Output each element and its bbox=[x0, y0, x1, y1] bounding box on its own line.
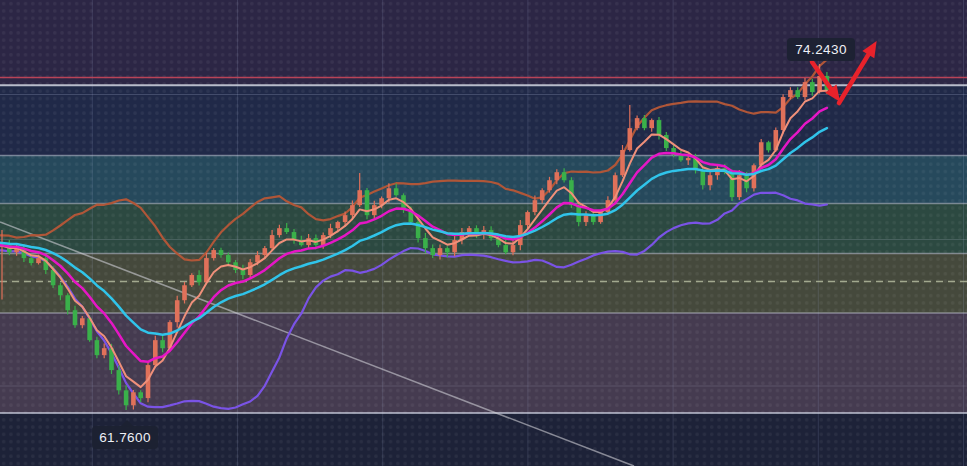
candle-body bbox=[58, 285, 63, 295]
candle-body bbox=[124, 390, 129, 405]
candle-body bbox=[635, 118, 640, 128]
candle-body bbox=[65, 295, 70, 310]
candle-body bbox=[679, 155, 684, 160]
candle-body bbox=[211, 250, 216, 258]
candle-body bbox=[73, 310, 78, 325]
candle-body bbox=[686, 158, 691, 160]
candle-body bbox=[503, 245, 508, 252]
candle-body bbox=[642, 118, 647, 128]
candle-body bbox=[803, 82, 808, 97]
high-price-label: 74.2430 bbox=[787, 38, 855, 61]
candle-body bbox=[562, 172, 567, 180]
candle-body bbox=[533, 200, 538, 212]
candle-body bbox=[357, 190, 362, 205]
candle-up bbox=[190, 273, 195, 287]
candle-body bbox=[430, 248, 435, 255]
candle-body bbox=[525, 212, 530, 225]
candle-body bbox=[197, 275, 202, 282]
candle-body bbox=[423, 238, 428, 248]
candle-body bbox=[36, 258, 41, 263]
candle-down bbox=[365, 188, 370, 219]
candle-body bbox=[138, 392, 143, 398]
candle-body bbox=[226, 255, 231, 262]
candle-up bbox=[153, 336, 158, 368]
candle-body bbox=[620, 150, 625, 175]
candle-body bbox=[270, 235, 275, 248]
candle-body bbox=[649, 120, 654, 128]
candle-body bbox=[160, 340, 165, 348]
candle-body bbox=[241, 270, 246, 275]
candle-body bbox=[387, 188, 392, 198]
candle-body bbox=[263, 248, 268, 255]
candle-body bbox=[350, 205, 355, 215]
candle-body bbox=[29, 258, 34, 263]
candle-body bbox=[584, 215, 589, 222]
candle-body bbox=[781, 97, 786, 130]
low-price-label-text: 61.7600 bbox=[99, 430, 151, 445]
candle-body bbox=[204, 258, 209, 282]
candle-body bbox=[182, 285, 187, 300]
candle-body bbox=[219, 250, 224, 255]
candle-body bbox=[547, 180, 552, 190]
candle-body bbox=[190, 275, 195, 285]
candle-body bbox=[511, 245, 516, 252]
candle-body bbox=[438, 248, 443, 255]
candle-body bbox=[277, 228, 282, 235]
candle-body bbox=[766, 142, 771, 150]
candle-body bbox=[284, 228, 289, 232]
candle-body bbox=[788, 90, 793, 97]
candle-body bbox=[102, 348, 107, 355]
candle-body bbox=[336, 222, 341, 228]
candle-body bbox=[80, 318, 85, 325]
high-price-label-text: 74.2430 bbox=[795, 42, 847, 57]
candle-body bbox=[555, 172, 560, 180]
candle-body bbox=[708, 175, 713, 185]
candle-body bbox=[795, 90, 800, 97]
candle-body bbox=[467, 228, 472, 232]
candle-body bbox=[117, 370, 122, 390]
candle-body bbox=[540, 190, 545, 200]
label-pointer-up-icon bbox=[120, 420, 134, 427]
candle-body bbox=[175, 300, 180, 322]
candle-body bbox=[657, 120, 662, 135]
candle-down bbox=[117, 366, 122, 395]
chart-canvas[interactable] bbox=[0, 0, 967, 466]
candlestick-chart: 74.2430 61.7600 bbox=[0, 0, 967, 466]
candle-body bbox=[95, 340, 100, 355]
candle-body bbox=[759, 142, 764, 165]
candle-body bbox=[701, 170, 706, 185]
candle-body bbox=[394, 188, 399, 195]
candle-body bbox=[153, 340, 158, 365]
candle-body bbox=[810, 82, 815, 92]
low-price-label: 61.7600 bbox=[92, 426, 158, 449]
candle-body bbox=[628, 128, 633, 150]
candle-body bbox=[343, 215, 348, 222]
candle-body bbox=[131, 392, 136, 405]
candle-body bbox=[445, 248, 450, 252]
